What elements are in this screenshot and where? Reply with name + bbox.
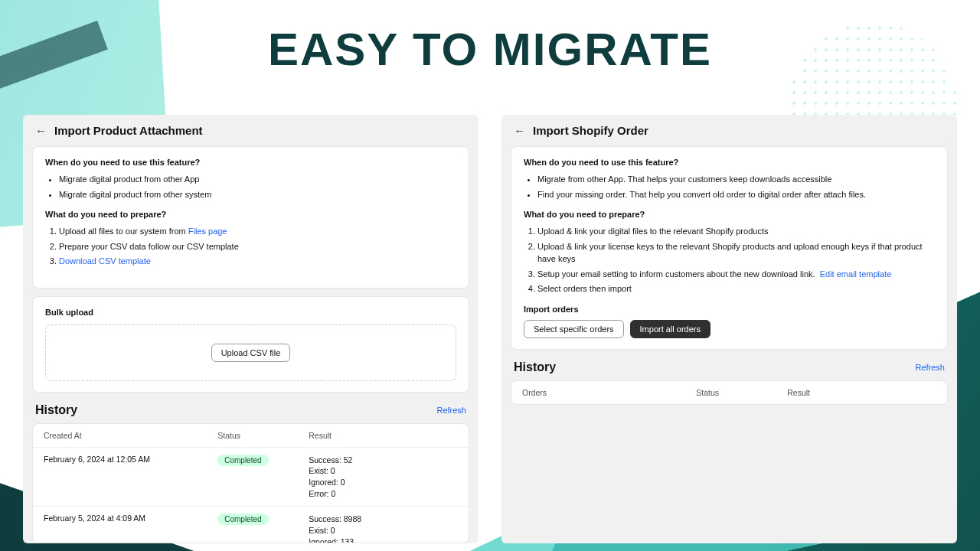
list-item: Select orders then import — [537, 282, 935, 295]
refresh-link[interactable]: Refresh — [915, 363, 945, 372]
list-item: Setup your email setting to inform custo… — [537, 268, 935, 281]
import-all-orders-button[interactable]: Import all orders — [630, 320, 710, 338]
col-orders: Orders — [522, 388, 696, 397]
info-card: When do you need to use this feature? Mi… — [32, 146, 469, 289]
hero-title: EASY TO MIGRATE — [0, 23, 980, 76]
status-badge: Completed — [217, 455, 268, 466]
list-item: Upload all files to our system from File… — [59, 225, 456, 238]
info-card: When do you need to use this feature? Mi… — [511, 146, 948, 350]
list-item: Migrate digital product from other App — [59, 173, 456, 186]
table-row: February 5, 2024 at 4:09 AM Completed Su… — [33, 506, 469, 543]
select-specific-orders-button[interactable]: Select specific orders — [524, 320, 624, 338]
files-page-link[interactable]: Files page — [188, 227, 227, 236]
cell-status: Completed — [217, 514, 309, 543]
panel-import-attachment: ← Import Product Attachment When do you … — [23, 115, 479, 543]
history-title: History — [514, 360, 556, 374]
list-item: Find your missing order. That help you c… — [537, 188, 935, 201]
table-row: February 6, 2024 at 12:05 AM Completed S… — [33, 447, 469, 507]
col-created: Created At — [44, 431, 217, 440]
edit-email-template-link[interactable]: Edit email template — [820, 269, 892, 279]
history-header: History Refresh — [501, 357, 957, 377]
panel-header: ← Import Product Attachment — [23, 115, 479, 146]
download-csv-link[interactable]: Download CSV template — [59, 256, 151, 266]
history-table: Created At Status Result February 6, 202… — [32, 423, 469, 544]
status-badge: Completed — [217, 514, 268, 525]
cell-status: Completed — [217, 455, 309, 500]
section-heading-prepare: What do you need to prepare? — [524, 210, 935, 219]
upload-dropzone[interactable]: Upload CSV file — [45, 324, 456, 381]
page-title: Import Product Attachment — [54, 124, 203, 137]
section-heading-when: When do you need to use this feature? — [524, 158, 935, 167]
col-status: Status — [696, 388, 787, 397]
cell-created: February 5, 2024 at 4:09 AM — [44, 514, 217, 543]
panel-import-shopify-order: ← Import Shopify Order When do you need … — [501, 115, 957, 543]
panel-header: ← Import Shopify Order — [501, 115, 957, 146]
col-result: Result — [309, 431, 458, 440]
back-arrow-icon[interactable]: ← — [35, 124, 47, 137]
upload-csv-button[interactable]: Upload CSV file — [211, 344, 291, 362]
page-title: Import Shopify Order — [533, 124, 648, 137]
col-status: Status — [217, 431, 309, 440]
table-header: Created At Status Result — [33, 424, 469, 447]
list-item: Download CSV template — [59, 255, 456, 268]
cell-created: February 6, 2024 at 12:05 AM — [44, 455, 217, 500]
list-item: Migrate from other App. That helps your … — [537, 173, 935, 186]
bulk-upload-card: Bulk upload Upload CSV file — [32, 296, 469, 393]
history-title: History — [35, 403, 77, 417]
history-header: History Refresh — [23, 400, 479, 420]
bulk-upload-heading: Bulk upload — [45, 308, 456, 317]
cell-result: Success: 8988 Exist: 0 Ignored: 133 Erro… — [309, 514, 458, 543]
list-item: Migrate digital product from other syste… — [59, 188, 456, 201]
refresh-link[interactable]: Refresh — [436, 406, 466, 415]
table-header: Orders Status Result — [511, 381, 947, 404]
panels-container: ← Import Product Attachment When do you … — [23, 115, 957, 543]
section-heading-prepare: What do you need to prepare? — [45, 210, 456, 219]
list-item: Upload & link your license keys to the r… — [537, 240, 935, 266]
history-table: Orders Status Result — [511, 380, 948, 405]
col-result: Result — [787, 388, 936, 397]
back-arrow-icon[interactable]: ← — [514, 124, 525, 137]
section-heading-when: When do you need to use this feature? — [45, 158, 456, 167]
list-item: Upload & link your digital files to the … — [537, 225, 935, 238]
list-item: Prepare your CSV data follow our CSV tem… — [59, 240, 456, 253]
cell-result: Success: 52 Exist: 0 Ignored: 0 Error: 0 — [309, 455, 458, 500]
import-orders-heading: Import orders — [524, 305, 935, 314]
